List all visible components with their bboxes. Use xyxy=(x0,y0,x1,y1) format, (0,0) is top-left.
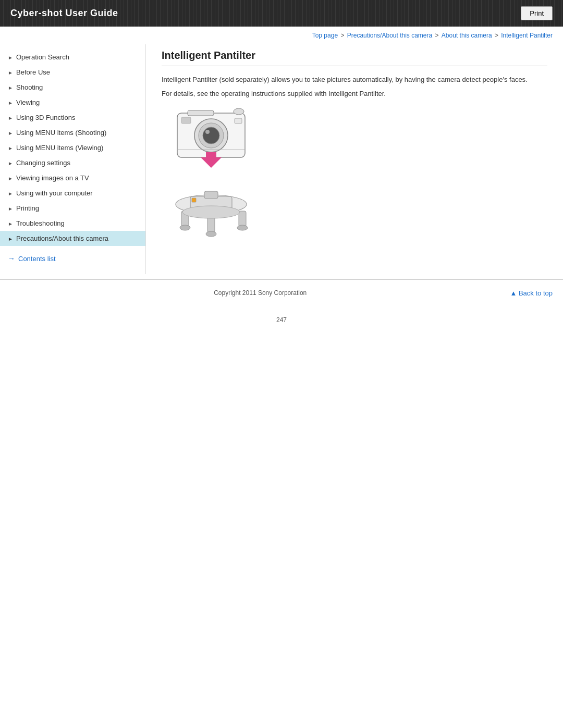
arrow-icon: ► xyxy=(8,176,13,181)
svg-point-19 xyxy=(182,206,240,218)
content-paragraph-1: Intelligent Pantilter (sold separately) … xyxy=(162,75,547,85)
sidebar-item-using-computer[interactable]: ► Using with your computer xyxy=(0,186,145,201)
breadcrumb-precautions[interactable]: Precautions/About this camera xyxy=(347,32,432,39)
sidebar-label-operation-search: Operation Search xyxy=(16,53,69,61)
svg-point-14 xyxy=(180,225,190,230)
sidebar-item-menu-shooting[interactable]: ► Using MENU items (Shooting) xyxy=(0,125,145,140)
breadcrumb-intelligent-pantilter[interactable]: Intelligent Pantilter xyxy=(501,32,553,39)
sidebar-label-changing-settings: Changing settings xyxy=(16,159,70,167)
arrow-icon: ► xyxy=(8,70,13,75)
back-to-top-label: Back to top xyxy=(519,289,553,297)
breadcrumb-sep3: > xyxy=(495,32,500,39)
sidebar-label-menu-shooting: Using MENU items (Shooting) xyxy=(16,129,106,137)
arrow-icon: ► xyxy=(8,206,13,211)
sidebar-item-viewing-images-tv[interactable]: ► Viewing images on a TV xyxy=(0,170,145,186)
sidebar-item-precautions[interactable]: ► Precautions/About this camera xyxy=(0,231,145,246)
arrow-icon: ► xyxy=(8,145,13,151)
sidebar-item-printing[interactable]: ► Printing xyxy=(0,201,145,216)
svg-point-5 xyxy=(205,130,210,134)
breadcrumb: Top page > Precautions/About this camera… xyxy=(0,27,563,44)
main-layout: ► Operation Search ► Before Use ► Shooti… xyxy=(0,44,563,274)
sidebar-label-printing: Printing xyxy=(16,204,39,212)
sidebar: ► Operation Search ► Before Use ► Shooti… xyxy=(0,44,146,274)
page-number: 247 xyxy=(0,306,563,329)
sidebar-label-before-use: Before Use xyxy=(16,68,50,76)
breadcrumb-about-camera[interactable]: About this camera xyxy=(442,32,492,39)
svg-point-16 xyxy=(237,225,248,230)
sidebar-label-menu-viewing: Using MENU items (Viewing) xyxy=(16,144,103,152)
sidebar-label-viewing-images-tv: Viewing images on a TV xyxy=(16,174,89,182)
content-area: Intelligent Pantilter Intelligent Pantil… xyxy=(146,44,563,259)
sidebar-footer: → Contents list xyxy=(0,248,145,269)
camera-illustration xyxy=(162,103,266,249)
arrow-icon: ► xyxy=(8,191,13,196)
arrow-icon: ► xyxy=(8,100,13,105)
arrow-icon: ► xyxy=(8,55,13,60)
content-paragraph-2: For details, see the operating instructi… xyxy=(162,89,547,100)
page-title: Intelligent Pantilter xyxy=(162,50,547,66)
sidebar-item-changing-settings[interactable]: ► Changing settings xyxy=(0,155,145,170)
arrow-icon: ► xyxy=(8,221,13,226)
app-title: Cyber-shot User Guide xyxy=(10,8,118,19)
arrow-icon: ► xyxy=(8,130,13,135)
svg-rect-15 xyxy=(239,211,246,227)
breadcrumb-sep2: > xyxy=(435,32,440,39)
back-to-top-link[interactable]: ▲ Back to top xyxy=(510,289,553,297)
arrow-icon: ► xyxy=(8,115,13,120)
svg-point-18 xyxy=(206,231,216,237)
svg-point-9 xyxy=(234,108,244,115)
print-button[interactable]: Print xyxy=(521,6,553,20)
footer-bar: Copyright 2011 Sony Corporation ▲ Back t… xyxy=(0,279,563,306)
copyright-text: Copyright 2011 Sony Corporation xyxy=(10,284,510,302)
sidebar-label-shooting: Shooting xyxy=(16,83,43,91)
sidebar-label-using-computer: Using with your computer xyxy=(16,189,93,197)
sidebar-label-viewing: Viewing xyxy=(16,98,40,106)
svg-rect-6 xyxy=(235,118,242,124)
sidebar-item-before-use[interactable]: ► Before Use xyxy=(0,65,145,80)
sidebar-label-troubleshooting: Troubleshooting xyxy=(16,219,65,227)
header: Cyber-shot User Guide Print xyxy=(0,0,563,27)
sidebar-item-viewing[interactable]: ► Viewing xyxy=(0,95,145,110)
arrow-icon: ► xyxy=(8,236,13,241)
sidebar-item-shooting[interactable]: ► Shooting xyxy=(0,80,145,95)
svg-rect-1 xyxy=(188,110,214,116)
arrow-icon: ► xyxy=(8,85,13,90)
svg-rect-21 xyxy=(192,198,196,202)
breadcrumb-top-page[interactable]: Top page xyxy=(312,32,338,39)
sidebar-item-troubleshooting[interactable]: ► Troubleshooting xyxy=(0,216,145,231)
arrow-icon: ► xyxy=(8,161,13,166)
sidebar-label-precautions: Precautions/About this camera xyxy=(16,235,108,242)
sidebar-label-using-3d: Using 3D Functions xyxy=(16,114,75,121)
arrow-right-icon: → xyxy=(8,254,15,263)
sidebar-item-menu-viewing[interactable]: ► Using MENU items (Viewing) xyxy=(0,140,145,155)
svg-rect-20 xyxy=(204,191,218,199)
svg-point-4 xyxy=(203,127,219,144)
sidebar-item-using-3d[interactable]: ► Using 3D Functions xyxy=(0,110,145,125)
breadcrumb-sep1: > xyxy=(340,32,346,39)
svg-rect-7 xyxy=(181,117,191,124)
contents-list-label: Contents list xyxy=(18,255,56,263)
sidebar-item-operation-search[interactable]: ► Operation Search xyxy=(0,50,145,65)
contents-list-link[interactable]: → Contents list xyxy=(8,254,138,263)
